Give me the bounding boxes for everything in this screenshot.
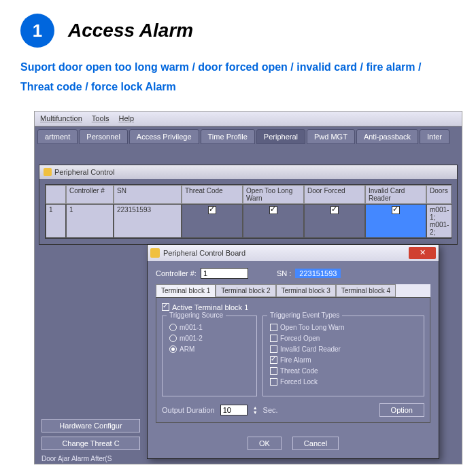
col-controller: Controller # <box>66 185 114 204</box>
subwindow-titlebar: Peripheral Control <box>39 165 457 179</box>
page-title: Access Alarm <box>68 20 193 41</box>
tab-department[interactable]: artment <box>37 129 78 144</box>
active-block-checkbox[interactable] <box>162 303 169 311</box>
check-icon <box>208 206 216 214</box>
ok-button[interactable]: OK <box>248 437 282 450</box>
tab-terminal-2[interactable]: Terminal block 2 <box>216 284 275 297</box>
chk-label: Fire Alarm <box>280 356 311 364</box>
table-row[interactable]: 1 1 223151593 m001-1; m001-2; <box>46 204 451 238</box>
bottom-buttons: Hardware Configur Change Threat C <box>41 419 140 450</box>
row-invalid <box>365 204 426 238</box>
close-button[interactable]: ✕ <box>409 247 436 259</box>
chk-label: Forced Open <box>280 335 320 342</box>
col-threat: Threat Code <box>182 185 243 204</box>
radio-arm[interactable] <box>169 345 177 353</box>
tab-pwd-mgt[interactable]: Pwd MGT <box>307 129 355 144</box>
step-number: 1 <box>20 14 54 48</box>
col-open-long: Open Too Long Warn <box>243 185 304 204</box>
dialog-title: Peripheral Control Board <box>163 249 245 257</box>
radio-m001-1[interactable] <box>169 324 177 331</box>
change-threat-button[interactable]: Change Threat C <box>41 437 140 450</box>
peripheral-control-window: Peripheral Control Controller # SN Threa… <box>39 165 458 245</box>
row-threat <box>182 204 243 238</box>
cancel-button[interactable]: Cancel <box>292 437 339 450</box>
row-sn: 223151593 <box>114 204 182 238</box>
tab-anti-passback[interactable]: Anti-passback <box>356 129 418 144</box>
door-ajar-label: Door Ajar Alarm After(S <box>41 455 112 462</box>
menu-help[interactable]: Help <box>118 114 134 122</box>
tab-inter[interactable]: Inter <box>420 129 449 144</box>
duration-unit: Sec. <box>263 406 278 414</box>
check-icon <box>392 206 400 214</box>
dialog-titlebar: Peripheral Control Board ✕ <box>148 245 439 261</box>
sn-label: SN : <box>277 269 291 277</box>
controller-grid: Controller # SN Threat Code Open Too Lon… <box>45 184 452 239</box>
tab-peripheral[interactable]: Peripheral <box>256 129 305 144</box>
chk-label: Forced Lock <box>280 378 318 386</box>
check-icon <box>330 206 339 214</box>
radio-label: m001-1 <box>180 324 203 331</box>
main-tabbar: artment Personnel Access Privilege Time … <box>35 126 462 144</box>
tab-personnel[interactable]: Personnel <box>79 129 128 144</box>
grid-header: Controller # SN Threat Code Open Too Lon… <box>46 185 451 204</box>
col-doors: Doors <box>426 185 452 204</box>
tab-terminal-1[interactable]: Terminal block 1 <box>156 284 216 297</box>
triggering-source-group: Triggering Source m001-1 m001-2 ARM <box>162 316 257 396</box>
col-sn: SN <box>114 185 182 204</box>
chk-label: Open Too Long Warn <box>280 324 345 331</box>
controller-label: Controller #: <box>156 269 197 277</box>
col-selector <box>46 185 66 204</box>
radio-m001-2[interactable] <box>169 335 177 342</box>
event-group-title: Triggering Event Types <box>267 311 342 319</box>
col-forced: Door Forced <box>304 185 365 204</box>
row-idx: 1 <box>46 204 66 238</box>
chk-fire-alarm[interactable] <box>270 356 277 364</box>
chk-forced-open[interactable] <box>270 335 277 342</box>
chk-open-long[interactable] <box>270 324 277 331</box>
row-doors: m001-1; m001-2; <box>426 204 452 238</box>
radio-label: m001-2 <box>180 335 203 342</box>
output-duration-input[interactable] <box>220 405 248 415</box>
radio-label: ARM <box>180 345 194 353</box>
peripheral-board-dialog: Peripheral Control Board ✕ Controller #:… <box>147 244 439 459</box>
dialog-icon <box>150 248 160 258</box>
window-icon <box>44 168 52 176</box>
spinner-icon[interactable]: ▲▼ <box>253 405 258 415</box>
output-duration-label: Output Duration <box>162 406 215 414</box>
tab-time-profile[interactable]: Time Profile <box>201 129 255 144</box>
tab-access-privilege[interactable]: Access Privilege <box>129 129 199 144</box>
subwindow-title: Peripheral Control <box>54 168 115 176</box>
row-open-long <box>243 204 304 238</box>
col-invalid: Invalid Card Reader <box>365 185 426 204</box>
row-controller: 1 <box>66 204 114 238</box>
hardware-config-button[interactable]: Hardware Configur <box>41 419 140 432</box>
chk-label: Threat Code <box>280 367 318 375</box>
triggering-event-group: Triggering Event Types Open Too Long War… <box>262 316 424 396</box>
chk-forced-lock[interactable] <box>270 378 277 386</box>
controller-input[interactable] <box>201 268 248 279</box>
option-button[interactable]: Option <box>379 403 424 417</box>
menubar: Multifunction Tools Help <box>35 112 462 126</box>
app-window: Multifunction Tools Help artment Personn… <box>34 111 462 464</box>
chk-threat-code[interactable] <box>270 367 277 375</box>
menu-multifunction[interactable]: Multifunction <box>40 114 82 122</box>
check-icon <box>269 206 277 214</box>
active-block-label: Active Terminal block 1 <box>172 303 248 311</box>
chk-label: Invalid Card Reader <box>280 345 341 353</box>
tab-terminal-4[interactable]: Terminal block 4 <box>336 284 396 297</box>
row-forced <box>304 204 365 238</box>
terminal-tabs: Terminal block 1 Terminal block 2 Termin… <box>156 284 430 297</box>
source-group-title: Triggering Source <box>167 311 226 319</box>
chk-invalid-card[interactable] <box>270 345 277 353</box>
sn-value[interactable]: 223151593 <box>295 269 341 278</box>
tab-terminal-3[interactable]: Terminal block 3 <box>276 284 336 297</box>
subtitle: Suport door open too long warm / door fo… <box>0 54 476 111</box>
menu-tools[interactable]: Tools <box>92 114 109 122</box>
